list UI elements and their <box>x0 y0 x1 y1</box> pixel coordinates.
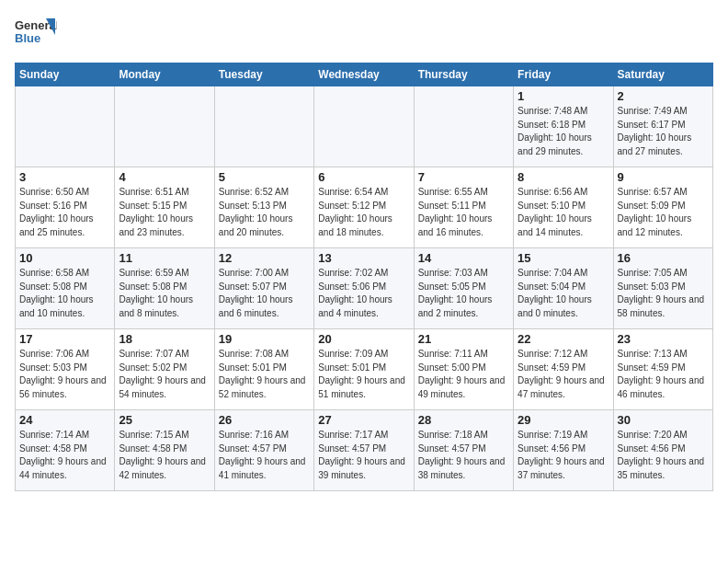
day-of-week-header: Tuesday <box>214 63 313 86</box>
header-row: SundayMondayTuesdayWednesdayThursdayFrid… <box>16 63 713 86</box>
calendar-cell: 4Sunrise: 6:51 AM Sunset: 5:15 PM Daylig… <box>115 167 214 248</box>
day-number: 24 <box>19 413 110 427</box>
calendar-cell: 20Sunrise: 7:09 AM Sunset: 5:01 PM Dayli… <box>314 329 414 410</box>
logo: General Blue <box>15 15 57 55</box>
day-number: 3 <box>19 170 110 184</box>
calendar-cell <box>115 86 214 167</box>
day-info: Sunrise: 7:09 AM Sunset: 5:01 PM Dayligh… <box>318 348 409 401</box>
day-number: 4 <box>119 170 210 184</box>
day-info: Sunrise: 7:03 AM Sunset: 5:05 PM Dayligh… <box>418 267 509 320</box>
day-info: Sunrise: 7:00 AM Sunset: 5:07 PM Dayligh… <box>219 267 310 320</box>
calendar-cell: 28Sunrise: 7:18 AM Sunset: 4:57 PM Dayli… <box>414 410 513 491</box>
day-info: Sunrise: 7:15 AM Sunset: 4:58 PM Dayligh… <box>119 429 210 482</box>
day-of-week-header: Monday <box>115 63 214 86</box>
calendar-cell: 19Sunrise: 7:08 AM Sunset: 5:01 PM Dayli… <box>214 329 313 410</box>
calendar-header: SundayMondayTuesdayWednesdayThursdayFrid… <box>16 63 713 86</box>
calendar-cell: 9Sunrise: 6:57 AM Sunset: 5:09 PM Daylig… <box>613 167 712 248</box>
day-number: 25 <box>119 413 210 427</box>
calendar-cell: 17Sunrise: 7:06 AM Sunset: 5:03 PM Dayli… <box>16 329 115 410</box>
day-info: Sunrise: 7:11 AM Sunset: 5:00 PM Dayligh… <box>418 348 509 401</box>
day-number: 30 <box>618 413 709 427</box>
calendar-body: 1Sunrise: 7:48 AM Sunset: 6:18 PM Daylig… <box>16 86 713 491</box>
calendar-table: SundayMondayTuesdayWednesdayThursdayFrid… <box>15 63 713 491</box>
day-info: Sunrise: 6:50 AM Sunset: 5:16 PM Dayligh… <box>19 186 110 239</box>
day-number: 13 <box>318 251 409 265</box>
day-info: Sunrise: 6:55 AM Sunset: 5:11 PM Dayligh… <box>418 186 509 239</box>
day-info: Sunrise: 7:14 AM Sunset: 4:58 PM Dayligh… <box>19 429 110 482</box>
day-of-week-header: Sunday <box>16 63 115 86</box>
day-number: 21 <box>418 332 509 346</box>
calendar-cell <box>16 86 115 167</box>
day-number: 18 <box>119 332 210 346</box>
calendar-cell: 7Sunrise: 6:55 AM Sunset: 5:11 PM Daylig… <box>414 167 513 248</box>
calendar-cell: 29Sunrise: 7:19 AM Sunset: 4:56 PM Dayli… <box>514 410 613 491</box>
day-number: 14 <box>418 251 509 265</box>
day-number: 11 <box>119 251 210 265</box>
calendar-cell: 5Sunrise: 6:52 AM Sunset: 5:13 PM Daylig… <box>214 167 313 248</box>
day-of-week-header: Friday <box>514 63 613 86</box>
day-info: Sunrise: 6:54 AM Sunset: 5:12 PM Dayligh… <box>318 186 409 239</box>
calendar-cell <box>214 86 313 167</box>
day-info: Sunrise: 7:48 AM Sunset: 6:18 PM Dayligh… <box>518 105 609 158</box>
day-number: 19 <box>219 332 310 346</box>
day-number: 2 <box>618 89 709 103</box>
day-info: Sunrise: 6:59 AM Sunset: 5:08 PM Dayligh… <box>119 267 210 320</box>
calendar-cell: 23Sunrise: 7:13 AM Sunset: 4:59 PM Dayli… <box>613 329 712 410</box>
calendar-cell: 30Sunrise: 7:20 AM Sunset: 4:56 PM Dayli… <box>613 410 712 491</box>
calendar-cell: 21Sunrise: 7:11 AM Sunset: 5:00 PM Dayli… <box>414 329 513 410</box>
day-number: 6 <box>318 170 409 184</box>
calendar-cell: 8Sunrise: 6:56 AM Sunset: 5:10 PM Daylig… <box>514 167 613 248</box>
day-info: Sunrise: 7:12 AM Sunset: 4:59 PM Dayligh… <box>518 348 609 401</box>
calendar-cell <box>414 86 513 167</box>
day-info: Sunrise: 6:57 AM Sunset: 5:09 PM Dayligh… <box>618 186 709 239</box>
day-number: 15 <box>518 251 609 265</box>
day-number: 17 <box>19 332 110 346</box>
day-info: Sunrise: 7:13 AM Sunset: 4:59 PM Dayligh… <box>618 348 709 401</box>
day-number: 5 <box>219 170 310 184</box>
svg-text:Blue: Blue <box>15 31 40 45</box>
calendar-cell: 15Sunrise: 7:04 AM Sunset: 5:04 PM Dayli… <box>514 248 613 329</box>
day-info: Sunrise: 7:08 AM Sunset: 5:01 PM Dayligh… <box>219 348 310 401</box>
day-number: 10 <box>19 251 110 265</box>
calendar-cell: 10Sunrise: 6:58 AM Sunset: 5:08 PM Dayli… <box>16 248 115 329</box>
day-number: 23 <box>618 332 709 346</box>
calendar-cell <box>314 86 414 167</box>
day-info: Sunrise: 7:49 AM Sunset: 6:17 PM Dayligh… <box>618 105 709 158</box>
logo-icon: General Blue <box>15 15 57 55</box>
calendar-cell: 14Sunrise: 7:03 AM Sunset: 5:05 PM Dayli… <box>414 248 513 329</box>
day-info: Sunrise: 7:17 AM Sunset: 4:57 PM Dayligh… <box>318 429 409 482</box>
calendar-cell: 22Sunrise: 7:12 AM Sunset: 4:59 PM Dayli… <box>514 329 613 410</box>
day-number: 8 <box>518 170 609 184</box>
calendar-cell: 6Sunrise: 6:54 AM Sunset: 5:12 PM Daylig… <box>314 167 414 248</box>
calendar-cell: 16Sunrise: 7:05 AM Sunset: 5:03 PM Dayli… <box>613 248 712 329</box>
calendar-cell: 25Sunrise: 7:15 AM Sunset: 4:58 PM Dayli… <box>115 410 214 491</box>
calendar-week-row: 24Sunrise: 7:14 AM Sunset: 4:58 PM Dayli… <box>16 410 713 491</box>
day-number: 9 <box>618 170 709 184</box>
day-number: 20 <box>318 332 409 346</box>
calendar-week-row: 10Sunrise: 6:58 AM Sunset: 5:08 PM Dayli… <box>16 248 713 329</box>
day-of-week-header: Thursday <box>414 63 513 86</box>
day-of-week-header: Wednesday <box>314 63 414 86</box>
day-number: 29 <box>518 413 609 427</box>
day-info: Sunrise: 6:58 AM Sunset: 5:08 PM Dayligh… <box>19 267 110 320</box>
calendar-cell: 13Sunrise: 7:02 AM Sunset: 5:06 PM Dayli… <box>314 248 414 329</box>
day-number: 27 <box>318 413 409 427</box>
calendar-week-row: 3Sunrise: 6:50 AM Sunset: 5:16 PM Daylig… <box>16 167 713 248</box>
day-info: Sunrise: 7:02 AM Sunset: 5:06 PM Dayligh… <box>318 267 409 320</box>
header: General Blue <box>15 15 713 55</box>
day-info: Sunrise: 6:51 AM Sunset: 5:15 PM Dayligh… <box>119 186 210 239</box>
day-number: 16 <box>618 251 709 265</box>
day-info: Sunrise: 7:20 AM Sunset: 4:56 PM Dayligh… <box>618 429 709 482</box>
calendar-cell: 26Sunrise: 7:16 AM Sunset: 4:57 PM Dayli… <box>214 410 313 491</box>
day-info: Sunrise: 7:16 AM Sunset: 4:57 PM Dayligh… <box>219 429 310 482</box>
day-of-week-header: Saturday <box>613 63 712 86</box>
calendar-week-row: 17Sunrise: 7:06 AM Sunset: 5:03 PM Dayli… <box>16 329 713 410</box>
calendar-week-row: 1Sunrise: 7:48 AM Sunset: 6:18 PM Daylig… <box>16 86 713 167</box>
calendar-cell: 2Sunrise: 7:49 AM Sunset: 6:17 PM Daylig… <box>613 86 712 167</box>
day-number: 7 <box>418 170 509 184</box>
calendar-cell: 1Sunrise: 7:48 AM Sunset: 6:18 PM Daylig… <box>514 86 613 167</box>
day-info: Sunrise: 7:07 AM Sunset: 5:02 PM Dayligh… <box>119 348 210 401</box>
day-info: Sunrise: 7:19 AM Sunset: 4:56 PM Dayligh… <box>518 429 609 482</box>
day-number: 28 <box>418 413 509 427</box>
calendar-cell: 12Sunrise: 7:00 AM Sunset: 5:07 PM Dayli… <box>214 248 313 329</box>
